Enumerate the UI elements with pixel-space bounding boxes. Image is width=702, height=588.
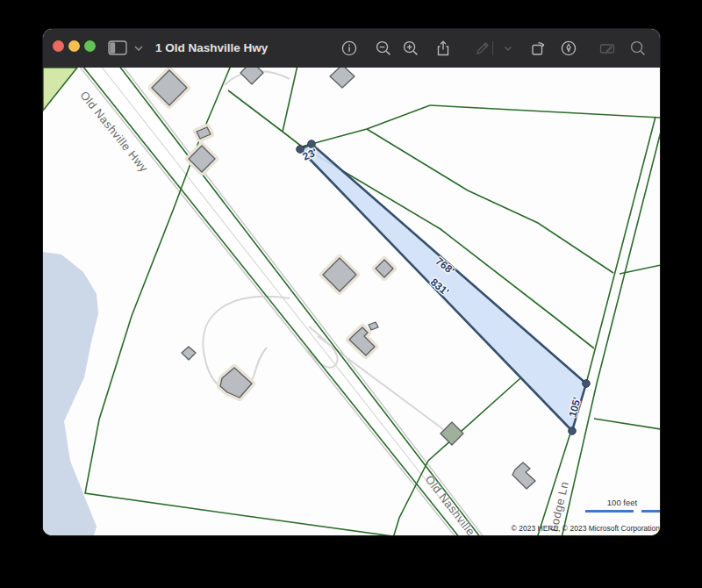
preview-window: 1 Old Nashville Hwy [43, 29, 660, 535]
zoom-out-button[interactable] [375, 39, 392, 57]
zoom-in-icon [402, 39, 419, 57]
chevron-down-icon [135, 47, 142, 50]
building [182, 347, 196, 360]
fullscreen-button[interactable] [84, 40, 96, 52]
rotate-icon [529, 39, 547, 57]
search-icon [629, 39, 647, 57]
sidebar-icon [108, 40, 147, 56]
info-button[interactable] [340, 39, 358, 57]
chevron-down-icon [499, 39, 517, 57]
window-title: 1 Old Nashville Hwy [155, 29, 268, 68]
zoom-in-button[interactable] [402, 39, 419, 57]
building [330, 68, 355, 88]
building [152, 70, 187, 105]
title-bar: 1 Old Nashville Hwy [43, 29, 660, 68]
building [369, 322, 378, 330]
zoom-out-icon [375, 39, 392, 57]
map-attribution: © 2023 HERE, © 2023 Microsoft Corporatio… [512, 524, 660, 533]
info-icon [340, 39, 358, 57]
markup-dropdown-button [499, 39, 517, 57]
pond-water [43, 252, 98, 535]
map-canvas[interactable]: Old Nashville Hwy Old Nashville Lodge Ln… [43, 68, 660, 535]
markup-pencil-button [474, 39, 491, 57]
parcel-map-image [43, 68, 660, 535]
annotate-button[interactable] [560, 39, 577, 57]
search-button[interactable] [629, 39, 647, 57]
greenspace-wedge [43, 68, 77, 111]
pen-circle-icon [560, 39, 577, 57]
rotate-button[interactable] [529, 39, 547, 57]
building [512, 463, 535, 489]
scale-label: 100 feet [607, 498, 637, 507]
toolbar-separator [492, 41, 493, 55]
building [441, 422, 463, 445]
scale-bar-segment [585, 510, 634, 513]
parcel-vertex-handle[interactable] [583, 380, 591, 388]
share-button[interactable] [434, 39, 452, 57]
building [323, 258, 356, 291]
form-fill-button [598, 39, 616, 57]
road-lodge-ln [537, 117, 660, 535]
close-button[interactable] [53, 40, 64, 52]
scale-bar-segment [641, 510, 660, 513]
sidebar-toggle-button[interactable] [108, 40, 147, 56]
form-edit-icon [598, 39, 616, 57]
minimize-button[interactable] [68, 40, 80, 52]
parcel-vertex-handle[interactable] [569, 427, 577, 435]
share-icon [434, 39, 452, 57]
buildings [152, 68, 535, 489]
pencil-icon [474, 39, 491, 57]
building [240, 68, 263, 84]
